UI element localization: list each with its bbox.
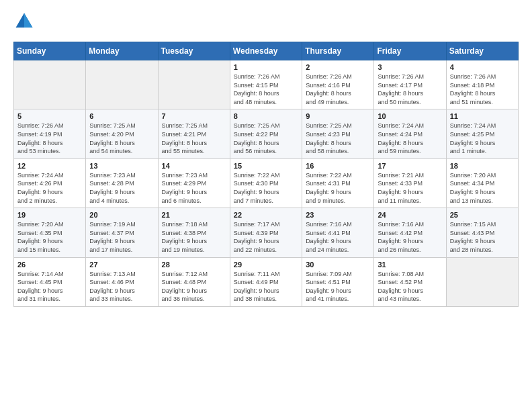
calendar-cell: 14Sunrise: 7:23 AM Sunset: 4:29 PM Dayli… bbox=[158, 158, 230, 208]
day-info: Sunrise: 7:25 AM Sunset: 4:22 PM Dayligh… bbox=[234, 122, 298, 155]
day-number: 29 bbox=[234, 261, 298, 269]
day-number: 11 bbox=[450, 112, 515, 120]
calendar-cell: 25Sunrise: 7:15 AM Sunset: 4:43 PM Dayli… bbox=[446, 208, 518, 257]
day-info: Sunrise: 7:11 AM Sunset: 4:49 PM Dayligh… bbox=[234, 270, 298, 304]
calendar-cell: 16Sunrise: 7:22 AM Sunset: 4:31 PM Dayli… bbox=[302, 158, 374, 208]
day-info: Sunrise: 7:13 AM Sunset: 4:46 PM Dayligh… bbox=[89, 270, 154, 304]
day-info: Sunrise: 7:20 AM Sunset: 4:35 PM Dayligh… bbox=[17, 220, 82, 254]
calendar-cell: 5Sunrise: 7:26 AM Sunset: 4:19 PM Daylig… bbox=[14, 109, 86, 158]
day-number: 31 bbox=[378, 261, 442, 269]
calendar-cell bbox=[446, 257, 518, 306]
day-number: 10 bbox=[378, 112, 442, 120]
day-number: 24 bbox=[378, 211, 442, 219]
calendar-cell: 4Sunrise: 7:26 AM Sunset: 4:18 PM Daylig… bbox=[446, 60, 518, 109]
day-info: Sunrise: 7:24 AM Sunset: 4:24 PM Dayligh… bbox=[378, 122, 442, 155]
day-info: Sunrise: 7:26 AM Sunset: 4:19 PM Dayligh… bbox=[17, 122, 82, 155]
day-number: 2 bbox=[306, 63, 370, 71]
week-row-1: 1Sunrise: 7:26 AM Sunset: 4:15 PM Daylig… bbox=[14, 60, 519, 109]
calendar-cell bbox=[86, 60, 158, 109]
calendar-cell: 13Sunrise: 7:23 AM Sunset: 4:28 PM Dayli… bbox=[86, 158, 158, 208]
week-row-2: 5Sunrise: 7:26 AM Sunset: 4:19 PM Daylig… bbox=[14, 109, 519, 158]
day-info: Sunrise: 7:23 AM Sunset: 4:29 PM Dayligh… bbox=[162, 171, 226, 205]
day-number: 27 bbox=[89, 261, 154, 269]
day-info: Sunrise: 7:09 AM Sunset: 4:51 PM Dayligh… bbox=[306, 270, 370, 304]
calendar-cell: 23Sunrise: 7:16 AM Sunset: 4:41 PM Dayli… bbox=[302, 208, 374, 257]
day-header-thursday: Thursday bbox=[302, 42, 374, 60]
day-number: 18 bbox=[450, 162, 515, 170]
calendar-cell: 28Sunrise: 7:12 AM Sunset: 4:48 PM Dayli… bbox=[158, 257, 230, 306]
day-info: Sunrise: 7:20 AM Sunset: 4:34 PM Dayligh… bbox=[450, 171, 515, 205]
day-info: Sunrise: 7:25 AM Sunset: 4:21 PM Dayligh… bbox=[162, 122, 226, 155]
day-number: 23 bbox=[306, 211, 370, 219]
day-info: Sunrise: 7:17 AM Sunset: 4:39 PM Dayligh… bbox=[234, 220, 298, 254]
calendar-cell: 8Sunrise: 7:25 AM Sunset: 4:22 PM Daylig… bbox=[230, 109, 302, 158]
day-info: Sunrise: 7:22 AM Sunset: 4:30 PM Dayligh… bbox=[234, 171, 298, 205]
day-number: 13 bbox=[89, 162, 154, 170]
day-info: Sunrise: 7:22 AM Sunset: 4:31 PM Dayligh… bbox=[306, 171, 370, 205]
day-header-friday: Friday bbox=[374, 42, 446, 60]
day-info: Sunrise: 7:15 AM Sunset: 4:43 PM Dayligh… bbox=[450, 220, 515, 254]
day-number: 4 bbox=[450, 63, 515, 71]
calendar-cell: 17Sunrise: 7:21 AM Sunset: 4:33 PM Dayli… bbox=[374, 158, 446, 208]
calendar-cell: 1Sunrise: 7:26 AM Sunset: 4:15 PM Daylig… bbox=[230, 60, 302, 109]
calendar-header-row: SundayMondayTuesdayWednesdayThursdayFrid… bbox=[14, 42, 519, 60]
day-number: 14 bbox=[162, 162, 226, 170]
day-info: Sunrise: 7:26 AM Sunset: 4:18 PM Dayligh… bbox=[450, 73, 515, 106]
calendar-cell: 18Sunrise: 7:20 AM Sunset: 4:34 PM Dayli… bbox=[446, 158, 518, 208]
day-number: 15 bbox=[234, 162, 298, 170]
week-row-3: 12Sunrise: 7:24 AM Sunset: 4:26 PM Dayli… bbox=[14, 158, 519, 208]
day-number: 12 bbox=[17, 162, 82, 170]
day-header-tuesday: Tuesday bbox=[158, 42, 230, 60]
day-number: 9 bbox=[306, 112, 370, 120]
day-number: 20 bbox=[89, 211, 154, 219]
logo bbox=[13, 11, 38, 32]
day-header-monday: Monday bbox=[86, 42, 158, 60]
calendar-cell: 6Sunrise: 7:25 AM Sunset: 4:20 PM Daylig… bbox=[86, 109, 158, 158]
day-number: 5 bbox=[17, 112, 82, 120]
day-info: Sunrise: 7:24 AM Sunset: 4:25 PM Dayligh… bbox=[450, 122, 515, 155]
day-info: Sunrise: 7:08 AM Sunset: 4:52 PM Dayligh… bbox=[378, 270, 442, 304]
calendar-cell: 3Sunrise: 7:26 AM Sunset: 4:17 PM Daylig… bbox=[374, 60, 446, 109]
calendar-cell: 22Sunrise: 7:17 AM Sunset: 4:39 PM Dayli… bbox=[230, 208, 302, 257]
day-number: 19 bbox=[17, 211, 82, 219]
svg-marker-1 bbox=[24, 13, 32, 28]
day-number: 26 bbox=[17, 261, 82, 269]
day-number: 6 bbox=[89, 112, 154, 120]
calendar-cell: 19Sunrise: 7:20 AM Sunset: 4:35 PM Dayli… bbox=[14, 208, 86, 257]
day-info: Sunrise: 7:12 AM Sunset: 4:48 PM Dayligh… bbox=[162, 270, 226, 304]
day-number: 17 bbox=[378, 162, 442, 170]
calendar-cell: 29Sunrise: 7:11 AM Sunset: 4:49 PM Dayli… bbox=[230, 257, 302, 306]
day-info: Sunrise: 7:26 AM Sunset: 4:17 PM Dayligh… bbox=[378, 73, 442, 106]
day-info: Sunrise: 7:16 AM Sunset: 4:41 PM Dayligh… bbox=[306, 220, 370, 254]
calendar-cell: 26Sunrise: 7:14 AM Sunset: 4:45 PM Dayli… bbox=[14, 257, 86, 306]
day-number: 22 bbox=[234, 211, 298, 219]
calendar-cell: 9Sunrise: 7:25 AM Sunset: 4:23 PM Daylig… bbox=[302, 109, 374, 158]
calendar-cell: 2Sunrise: 7:26 AM Sunset: 4:16 PM Daylig… bbox=[302, 60, 374, 109]
day-number: 3 bbox=[378, 63, 442, 71]
day-number: 1 bbox=[234, 63, 298, 71]
day-info: Sunrise: 7:21 AM Sunset: 4:33 PM Dayligh… bbox=[378, 171, 442, 205]
day-number: 30 bbox=[306, 261, 370, 269]
calendar-cell bbox=[14, 60, 86, 109]
day-info: Sunrise: 7:18 AM Sunset: 4:38 PM Dayligh… bbox=[162, 220, 226, 254]
day-header-sunday: Sunday bbox=[14, 42, 86, 60]
header bbox=[13, 11, 519, 32]
day-number: 16 bbox=[306, 162, 370, 170]
calendar-cell bbox=[158, 60, 230, 109]
week-row-4: 19Sunrise: 7:20 AM Sunset: 4:35 PM Dayli… bbox=[14, 208, 519, 257]
day-number: 25 bbox=[450, 211, 515, 219]
day-info: Sunrise: 7:14 AM Sunset: 4:45 PM Dayligh… bbox=[17, 270, 82, 304]
calendar-cell: 27Sunrise: 7:13 AM Sunset: 4:46 PM Dayli… bbox=[86, 257, 158, 306]
logo-icon bbox=[13, 11, 35, 32]
day-info: Sunrise: 7:25 AM Sunset: 4:23 PM Dayligh… bbox=[306, 122, 370, 155]
day-info: Sunrise: 7:24 AM Sunset: 4:26 PM Dayligh… bbox=[17, 171, 82, 205]
calendar-cell: 15Sunrise: 7:22 AM Sunset: 4:30 PM Dayli… bbox=[230, 158, 302, 208]
day-number: 28 bbox=[162, 261, 226, 269]
calendar-cell: 20Sunrise: 7:19 AM Sunset: 4:37 PM Dayli… bbox=[86, 208, 158, 257]
day-number: 21 bbox=[162, 211, 226, 219]
calendar-cell: 31Sunrise: 7:08 AM Sunset: 4:52 PM Dayli… bbox=[374, 257, 446, 306]
calendar-cell: 30Sunrise: 7:09 AM Sunset: 4:51 PM Dayli… bbox=[302, 257, 374, 306]
calendar-cell: 10Sunrise: 7:24 AM Sunset: 4:24 PM Dayli… bbox=[374, 109, 446, 158]
day-info: Sunrise: 7:25 AM Sunset: 4:20 PM Dayligh… bbox=[89, 122, 154, 155]
day-header-wednesday: Wednesday bbox=[230, 42, 302, 60]
